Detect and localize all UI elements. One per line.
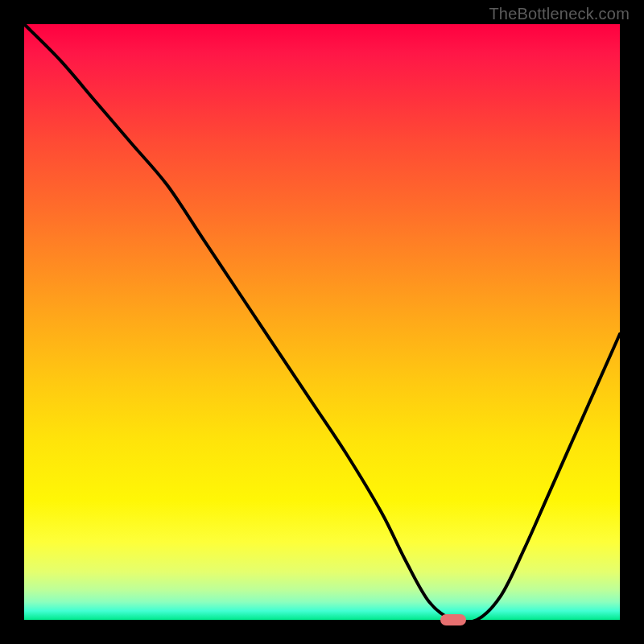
optimal-marker [440,614,466,625]
chart-frame: TheBottleneck.com [0,0,644,644]
bottleneck-curve [24,24,620,620]
watermark-text: TheBottleneck.com [489,5,630,23]
